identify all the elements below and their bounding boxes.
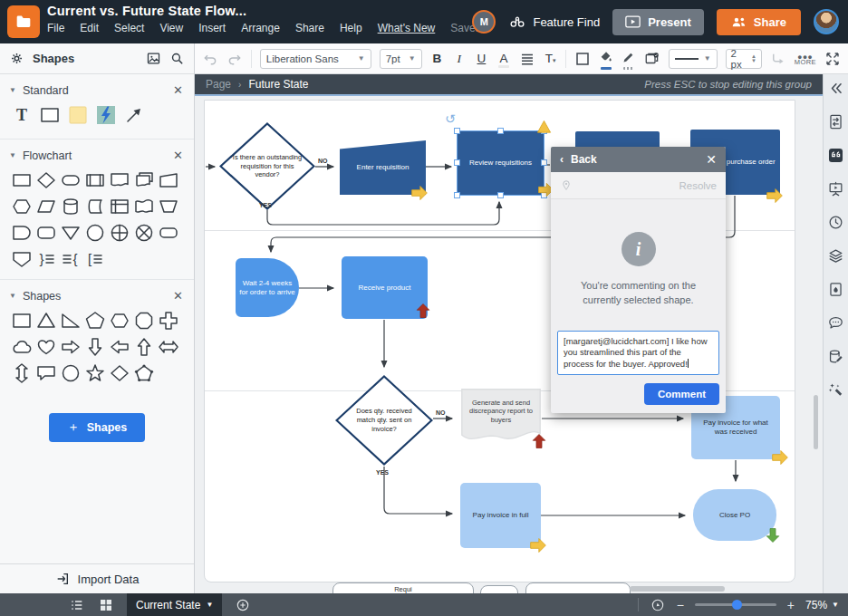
text-color-button[interactable]: A [496,52,511,65]
menu-share[interactable]: Share [295,22,324,34]
circle-icon[interactable] [84,222,106,244]
fill-color-button[interactable] [599,50,613,67]
cloud-icon[interactable] [11,336,33,358]
page-style-icon[interactable] [827,280,845,298]
star-icon[interactable] [84,362,106,384]
app-logo[interactable] [7,5,40,38]
brace-note-l-icon[interactable]: { [60,248,82,270]
merge-icon[interactable] [60,222,82,244]
predefined-icon[interactable] [84,169,106,191]
menu-help[interactable]: Help [340,22,362,34]
more-options-button[interactable]: •••MORE [795,54,816,65]
add-page-icon[interactable] [235,597,251,613]
back-button[interactable]: Back [571,153,597,166]
shape-partial-bottom[interactable]: Requi [332,582,474,593]
section-flowchart[interactable]: ▼ Flowchart ✕ [0,140,194,168]
text-icon[interactable]: T [11,104,33,126]
font-family-select[interactable]: Liberation Sans▼ [260,49,371,69]
page-tab-current-state[interactable]: Current State ▼ [127,593,222,616]
selection-handle[interactable] [541,159,547,166]
chevron-left-icon[interactable]: ‹ [560,153,564,166]
arrow-r-icon[interactable] [60,336,82,358]
menu-whats-new[interactable]: What's New [378,22,436,34]
history-icon[interactable] [827,213,845,231]
close-icon[interactable]: ✕ [173,149,183,162]
menu-insert[interactable]: Insert [198,22,226,34]
selection-handle[interactable] [454,128,460,134]
menu-edit[interactable]: Edit [80,22,99,34]
arrow-ne-icon[interactable] [123,104,145,126]
selection-handle[interactable] [497,128,504,134]
breadcrumb-page[interactable]: Page [206,78,231,91]
selection-handle[interactable] [454,192,460,198]
red-arrow-up-icon[interactable] [531,433,547,451]
breadcrumb-current[interactable]: Future State [248,78,308,91]
process-icon[interactable] [11,169,33,191]
arrow-ud-icon[interactable] [11,362,33,384]
arrow-d-icon[interactable] [84,336,106,358]
close-icon[interactable]: ✕ [173,83,183,97]
shape-generate-report[interactable]: Generate and send discrepancy report to … [460,388,542,446]
cross-icon[interactable] [158,310,179,332]
menu-select[interactable]: Select [114,22,144,34]
rectangle-icon[interactable] [11,310,33,332]
present-button[interactable]: Present [612,9,704,35]
comments-icon[interactable] [827,313,845,332]
green-arrow-down-icon[interactable] [765,527,781,545]
shape-decision-qty[interactable]: Does qty. received match qty. sent on in… [335,375,433,466]
data-linking-icon[interactable] [827,347,845,365]
menu-file[interactable]: File [47,22,64,34]
line-color-button[interactable] [622,51,636,67]
fullscreen-icon[interactable] [824,50,841,68]
italic-button[interactable]: I [452,52,467,66]
decision-icon[interactable] [35,169,57,191]
line-width-stepper[interactable]: 2 px ▲▼ [726,49,762,69]
user-avatar[interactable] [814,9,839,34]
image-icon[interactable] [146,51,161,66]
lightning-icon[interactable] [95,104,117,126]
multi-document-icon[interactable] [133,169,155,191]
text-options-button[interactable]: T▾ [544,52,558,65]
alt-process-icon[interactable] [35,222,57,244]
rotate-handle-icon[interactable]: ↺ [445,111,456,128]
horizontal-scrollbar[interactable] [630,586,725,592]
page-grid-icon[interactable] [98,597,114,613]
zoom-slider[interactable] [695,603,776,606]
yellow-arrow-right-icon[interactable] [771,448,789,465]
slideshow-icon[interactable] [827,179,845,197]
font-size-select[interactable]: 7pt▼ [380,49,422,69]
text-align-icon[interactable] [519,50,535,68]
decision-icon[interactable] [109,362,130,384]
cylinder-icon[interactable] [60,196,82,217]
shape-status-icon[interactable] [644,50,660,68]
display-icon[interactable] [11,248,33,270]
magic-icon[interactable] [827,380,845,399]
zoom-level[interactable]: 75%▼ [805,599,839,611]
triangle-icon[interactable] [35,310,57,332]
shape-data-icon[interactable] [827,112,845,130]
pan-tool-icon[interactable] [650,597,666,613]
underline-button[interactable]: U [475,52,489,65]
comment-submit-button[interactable]: Comment [644,383,719,405]
add-shapes-button[interactable]: ＋ Shapes [49,413,145,442]
right-triangle-icon[interactable] [60,310,82,332]
menu-arrange[interactable]: Arrange [241,22,280,34]
zoom-out-button[interactable]: − [677,601,684,610]
hexagon-icon[interactable] [109,310,130,332]
undo-icon[interactable] [202,50,218,68]
shape-review-requisitions[interactable]: Review requisitions ↺ [458,131,544,195]
selection-handle[interactable] [454,159,460,166]
menu-view[interactable]: View [159,22,183,34]
import-data-button[interactable]: Import Data [0,563,194,593]
card-icon[interactable] [158,169,179,191]
collapse-icon[interactable] [827,79,845,97]
yellow-arrow-right-icon[interactable] [410,184,429,200]
arrow-l-icon[interactable] [109,336,130,358]
trapezoid-icon[interactable] [158,196,179,217]
yellow-arrow-right-icon[interactable] [529,536,547,553]
rectangle-icon[interactable] [39,104,61,126]
stored-data-icon[interactable] [84,196,106,217]
close-icon[interactable]: ✕ [706,152,717,167]
feature-find-button[interactable]: Feature Find [508,13,600,31]
collaborator-avatar[interactable]: M [472,10,496,34]
